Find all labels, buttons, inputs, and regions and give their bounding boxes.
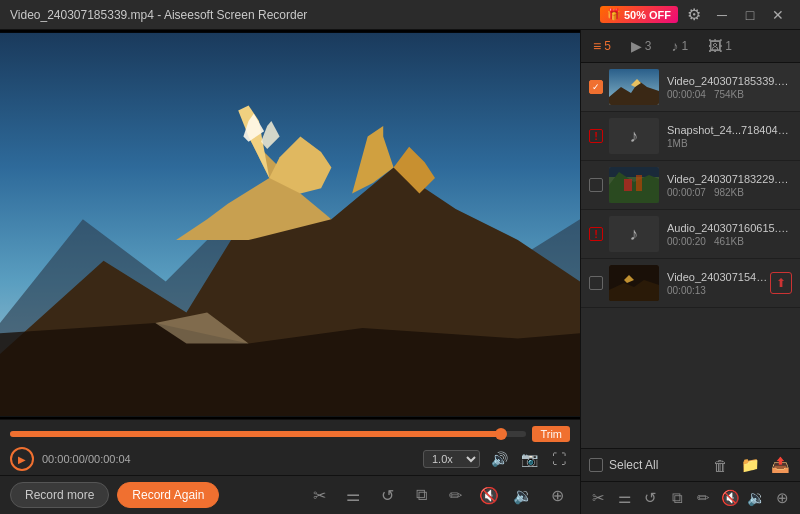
title-bar-left: Video_240307185339.mp4 - Aiseesoft Scree… bbox=[10, 8, 307, 22]
file-thumbnail bbox=[609, 167, 659, 203]
fullscreen-icon[interactable]: ⛶ bbox=[548, 448, 570, 470]
list-item[interactable]: Video_240307183229.mp4 00:00:07 982KB bbox=[581, 161, 800, 210]
file-info: Snapshot_24...7184042.png 1MB bbox=[667, 124, 792, 149]
settings-icon[interactable]: ⚙ bbox=[682, 3, 706, 27]
list-item[interactable]: Video_240307154314.mp4 00:00:13 ⬆ bbox=[581, 259, 800, 308]
time-display: 00:00:00/00:00:04 bbox=[42, 453, 131, 465]
maximize-button[interactable]: □ bbox=[738, 3, 762, 27]
file-thumbnail: ♪ bbox=[609, 118, 659, 154]
play-button[interactable]: ▶ bbox=[10, 447, 34, 471]
file-info: Video_240307154314.mp4 00:00:13 bbox=[667, 271, 770, 296]
edit-pen-icon[interactable]: ✏ bbox=[693, 486, 715, 510]
tab-video-count: 3 bbox=[645, 39, 652, 53]
svg-rect-18 bbox=[624, 179, 632, 191]
progress-thumb[interactable] bbox=[495, 428, 507, 440]
file-tabs: ≡ 5 ▶ 3 ♪ 1 🖼 1 bbox=[581, 30, 800, 63]
video-player[interactable] bbox=[0, 30, 580, 419]
share-button[interactable]: ⬆ bbox=[770, 272, 792, 294]
folder-icon[interactable]: 📁 bbox=[738, 453, 762, 477]
music-icon: ♪ bbox=[672, 38, 679, 54]
tab-video[interactable]: ▶ 3 bbox=[627, 36, 656, 56]
file-checkbox[interactable]: ✓ bbox=[589, 80, 603, 94]
right-panel: ≡ 5 ▶ 3 ♪ 1 🖼 1 ✓ bbox=[580, 30, 800, 514]
audio-off-icon[interactable]: 🔇 bbox=[476, 482, 502, 508]
file-size: 754KB bbox=[714, 89, 744, 100]
file-checkbox[interactable]: ! bbox=[589, 227, 603, 241]
export-icon[interactable]: 📤 bbox=[768, 453, 792, 477]
app-title: Video_240307185339.mp4 - Aiseesoft Scree… bbox=[10, 8, 307, 22]
playback-row: ▶ 00:00:00/00:00:04 1.0x 0.5x 0.75x 1.25… bbox=[10, 447, 570, 471]
file-checkbox[interactable] bbox=[589, 178, 603, 192]
tab-audio-count: 1 bbox=[682, 39, 689, 53]
trim-button[interactable]: Trim bbox=[532, 426, 570, 442]
select-all-checkbox[interactable] bbox=[589, 458, 603, 472]
file-duration: 00:00:07 bbox=[667, 187, 706, 198]
file-meta: 00:00:13 bbox=[667, 285, 770, 296]
minimize-button[interactable]: ─ bbox=[710, 3, 734, 27]
record-again-button[interactable]: Record Again bbox=[117, 482, 219, 508]
tab-all[interactable]: ≡ 5 bbox=[589, 36, 615, 56]
file-name: Video_240307185339.mp4 bbox=[667, 75, 792, 87]
tab-all-count: 5 bbox=[604, 39, 611, 53]
main-layout: Trim ▶ 00:00:00/00:00:04 1.0x 0.5x 0.75x… bbox=[0, 30, 800, 514]
file-name: Video_240307183229.mp4 bbox=[667, 173, 792, 185]
file-duration: 00:00:04 bbox=[667, 89, 706, 100]
edit-toolbar: ✂ ⚌ ↺ ⧉ ✏ 🔇 🔉 ⊕ bbox=[581, 481, 800, 514]
speed-select[interactable]: 1.0x 0.5x 0.75x 1.25x 1.5x 2.0x bbox=[423, 450, 480, 468]
duplicate-icon[interactable]: ⧉ bbox=[666, 486, 688, 510]
file-thumbnail bbox=[609, 265, 659, 301]
left-panel: Trim ▶ 00:00:00/00:00:04 1.0x 0.5x 0.75x… bbox=[0, 30, 580, 514]
edit-icon[interactable]: ✏ bbox=[442, 482, 468, 508]
cut-icon[interactable]: ✂ bbox=[306, 482, 332, 508]
overflow-icon[interactable]: ⊕ bbox=[772, 486, 794, 510]
file-duration: 00:00:20 bbox=[667, 236, 706, 247]
file-info: Video_240307185339.mp4 00:00:04 754KB bbox=[667, 75, 792, 100]
file-meta: 00:00:20 461KB bbox=[667, 236, 792, 247]
file-size: 461KB bbox=[714, 236, 744, 247]
split-icon[interactable]: ⚌ bbox=[340, 482, 366, 508]
tab-image[interactable]: 🖼 1 bbox=[704, 36, 736, 56]
record-more-button[interactable]: Record more bbox=[10, 482, 109, 508]
volume-icon[interactable]: 🔊 bbox=[488, 448, 510, 470]
progress-bar-container: Trim bbox=[10, 426, 570, 442]
tab-audio[interactable]: ♪ 1 bbox=[668, 36, 693, 56]
file-checkbox[interactable] bbox=[589, 276, 603, 290]
total-time: 00:00:04 bbox=[88, 453, 131, 465]
file-checkbox[interactable]: ! bbox=[589, 129, 603, 143]
select-all-label[interactable]: Select All bbox=[609, 458, 658, 472]
bottom-bar: Record more Record Again ✂ ⚌ ↺ ⧉ ✏ 🔇 🔉 ⊕ bbox=[0, 475, 580, 514]
list-item[interactable]: ! ♪ Snapshot_24...7184042.png 1MB bbox=[581, 112, 800, 161]
select-all-row: Select All 🗑 📁 📤 bbox=[581, 448, 800, 481]
delete-icon[interactable]: 🗑 bbox=[708, 453, 732, 477]
scissors-icon[interactable]: ✂ bbox=[587, 486, 609, 510]
rotate-icon[interactable]: ↺ bbox=[374, 482, 400, 508]
image-icon: 🖼 bbox=[708, 38, 722, 54]
progress-fill bbox=[10, 431, 501, 437]
tab-image-count: 1 bbox=[725, 39, 732, 53]
file-list: ✓ Video_2403 bbox=[581, 63, 800, 448]
more-icon[interactable]: ⊕ bbox=[544, 482, 570, 508]
file-size: 982KB bbox=[714, 187, 744, 198]
volume-up-icon[interactable]: 🔉 bbox=[510, 482, 536, 508]
file-thumbnail bbox=[609, 69, 659, 105]
camera-icon[interactable]: 📷 bbox=[518, 448, 540, 470]
copy-icon[interactable]: ⧉ bbox=[408, 482, 434, 508]
file-name: Audio_240307160615.mp3 bbox=[667, 222, 792, 234]
refresh-icon[interactable]: ↺ bbox=[640, 486, 662, 510]
progress-track[interactable] bbox=[10, 431, 526, 437]
close-button[interactable]: ✕ bbox=[766, 3, 790, 27]
file-info: Audio_240307160615.mp3 00:00:20 461KB bbox=[667, 222, 792, 247]
file-thumbnail: ♪ bbox=[609, 216, 659, 252]
current-time: 00:00:00 bbox=[42, 453, 85, 465]
controls-bar: Trim ▶ 00:00:00/00:00:04 1.0x 0.5x 0.75x… bbox=[0, 419, 580, 475]
list-item[interactable]: ✓ Video_2403 bbox=[581, 63, 800, 112]
vol-icon[interactable]: 🔉 bbox=[745, 486, 767, 510]
list-item[interactable]: ! ♪ Audio_240307160615.mp3 00:00:20 461K… bbox=[581, 210, 800, 259]
title-bar-controls: 🎁 50% OFF ⚙ ─ □ ✕ bbox=[600, 3, 790, 27]
mute-icon[interactable]: 🔇 bbox=[719, 486, 741, 510]
promo-text: 50% OFF bbox=[624, 9, 671, 21]
video-icon: ▶ bbox=[631, 38, 642, 54]
promo-badge[interactable]: 🎁 50% OFF bbox=[600, 6, 678, 23]
equalizer-icon[interactable]: ⚌ bbox=[613, 486, 635, 510]
music-thumb-icon: ♪ bbox=[630, 224, 639, 245]
